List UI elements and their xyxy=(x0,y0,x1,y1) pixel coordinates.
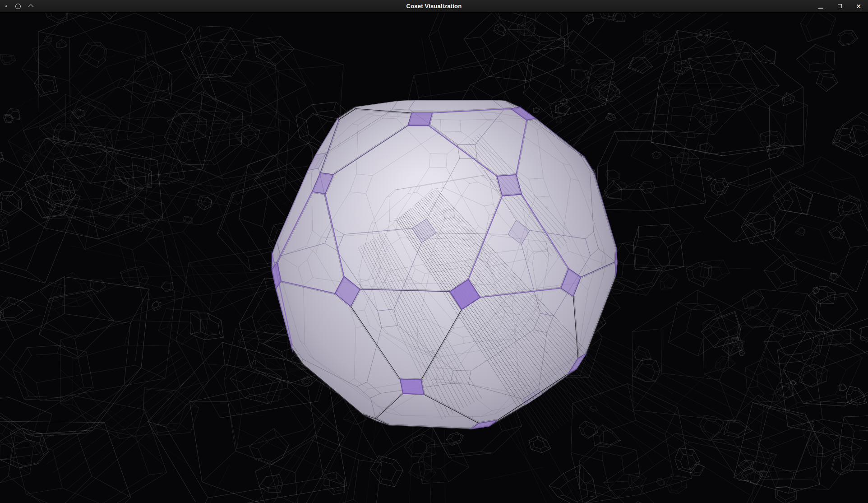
circle-icon[interactable] xyxy=(15,4,21,9)
titlebar[interactable]: Coset Visualization ✕ xyxy=(0,0,868,13)
viewport[interactable] xyxy=(0,13,868,503)
close-button[interactable]: ✕ xyxy=(854,2,863,10)
app-dot-icon xyxy=(5,5,7,7)
window-title: Coset Visualization xyxy=(0,3,868,9)
minimize-button[interactable] xyxy=(817,2,825,10)
caret-up-icon[interactable] xyxy=(28,4,34,10)
maximize-button[interactable] xyxy=(836,2,844,10)
visualization-canvas[interactable] xyxy=(0,13,868,503)
app-window: Coset Visualization ✕ xyxy=(0,0,868,503)
